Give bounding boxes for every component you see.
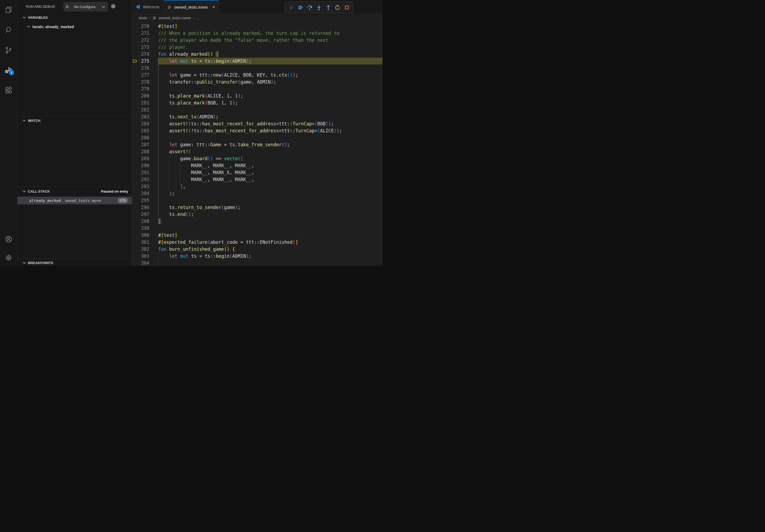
- line-number[interactable]: 281: [132, 100, 149, 106]
- line-number[interactable]: 282: [132, 106, 149, 113]
- activity-bar-item-source-control[interactable]: [0, 44, 17, 56]
- line-number[interactable]: 290: [132, 162, 149, 169]
- code-line-text[interactable]: transfer::public_transfer(game, ADMIN);: [158, 79, 276, 86]
- code-token: (: [189, 149, 191, 154]
- code-line-text[interactable]: }: [158, 218, 161, 225]
- code-editor[interactable]: 270#[test]271/// When a position is alre…: [132, 22, 382, 266]
- code-token: begin: [216, 58, 230, 64]
- code-line-text[interactable]: let mut ts = ts::begin(ADMIN);: [158, 58, 252, 65]
- line-number[interactable]: 276: [132, 65, 149, 72]
- line-number[interactable]: 297: [132, 211, 149, 218]
- line-number[interactable]: 289: [132, 155, 149, 162]
- line-number[interactable]: 272: [132, 37, 149, 44]
- line-number[interactable]: 283: [132, 113, 149, 120]
- call-stack-section-header[interactable]: CALL STACK Paused on entry: [17, 187, 132, 195]
- line-number[interactable]: 298: [132, 218, 149, 225]
- line-number[interactable]: 301: [132, 239, 149, 246]
- breadcrumb-item-symbol[interactable]: ...: [196, 16, 200, 20]
- code-line-text[interactable]: ts.end();: [158, 211, 194, 218]
- code-line-text[interactable]: fun burn_unfinished_game() {: [158, 246, 235, 253]
- line-number[interactable]: 285: [132, 127, 149, 134]
- debug-settings-gear-button[interactable]: [110, 3, 116, 9]
- start-debugging-icon[interactable]: [63, 4, 71, 9]
- code-line-text[interactable]: /// the player who made the "false" move…: [158, 37, 328, 44]
- line-number[interactable]: 286: [132, 134, 149, 141]
- code-line-text[interactable]: let game = ttt::new(ALICE, BOB, KEY, ts.…: [158, 72, 298, 79]
- line-number[interactable]: 278: [132, 79, 149, 86]
- code-line-text[interactable]: /// player.: [158, 44, 189, 51]
- call-stack-frame-row[interactable]: already_marked owned_tests.move 275: [17, 197, 132, 204]
- tab-owned-tests-move[interactable]: owned_tests.move ×: [164, 0, 219, 14]
- code-line-text[interactable]: #[test]: [158, 232, 178, 239]
- line-number[interactable]: 287: [132, 141, 149, 148]
- code-line-text[interactable]: assert!(: [158, 148, 191, 155]
- activity-bar-item-run-and-debug[interactable]: 1: [0, 64, 17, 76]
- code-line-text[interactable]: );: [158, 190, 175, 197]
- code-line-text[interactable]: game.board() == vector[: [158, 155, 243, 162]
- line-number[interactable]: 275: [132, 58, 149, 65]
- line-number[interactable]: 295: [132, 197, 149, 204]
- line-number[interactable]: 271: [132, 30, 149, 37]
- line-number[interactable]: 274: [132, 51, 149, 58]
- code-line-text[interactable]: ts.place_mark(ALICE, 1, 1);: [158, 93, 243, 100]
- code-line-text[interactable]: MARK__, MARK_X, MARK__,: [158, 169, 254, 176]
- code-token: BOB: [318, 121, 326, 127]
- code-line-text[interactable]: assert!(!ts::has_most_recent_for_address…: [158, 127, 342, 134]
- line-number[interactable]: 280: [132, 93, 149, 100]
- activity-bar-item-settings[interactable]: [0, 252, 17, 264]
- close-tab-button[interactable]: ×: [212, 5, 215, 9]
- line-number[interactable]: 279: [132, 86, 149, 93]
- code-line-text[interactable]: let game: ttt::Game = ts.take_from_sende…: [158, 141, 290, 148]
- activity-bar-item-search[interactable]: [0, 24, 17, 36]
- code-token: test: [164, 232, 175, 238]
- code-token: ): [232, 100, 235, 106]
- code-line-text[interactable]: MARK__, MARK__, MARK__,: [158, 176, 254, 183]
- variables-section-header[interactable]: VARIABLES: [17, 13, 132, 21]
- code-line-text[interactable]: /// When a position is already marked, t…: [158, 30, 339, 37]
- activity-bar-item-explorer[interactable]: [0, 4, 17, 16]
- line-number[interactable]: 299: [132, 225, 149, 232]
- line-number[interactable]: 277: [132, 72, 149, 79]
- line-number[interactable]: 293: [132, 183, 149, 190]
- watch-section-header[interactable]: WATCH: [17, 117, 132, 125]
- breadcrumb-item-tests[interactable]: tests: [139, 16, 147, 20]
- step-out-button[interactable]: [324, 3, 333, 12]
- code-line-text[interactable]: assert!(ts::has_most_recent_for_address<…: [158, 120, 334, 127]
- code-line-text[interactable]: ts.place_mark(BOB, 1, 1);: [158, 100, 238, 106]
- breadcrumb-item-file[interactable]: owned_tests.move: [159, 16, 191, 20]
- tab-welcome[interactable]: Welcome: [132, 0, 164, 13]
- line-number[interactable]: 273: [132, 44, 149, 51]
- toolbar-drag-handle[interactable]: [287, 3, 295, 12]
- code-line-text[interactable]: fun already_marked() {: [158, 51, 219, 58]
- variables-scope-row[interactable]: locals: already_marked: [17, 23, 132, 31]
- line-number[interactable]: 291: [132, 169, 149, 176]
- continue-button[interactable]: [297, 3, 305, 12]
- breakpoints-section-header[interactable]: BREAKPOINTS: [17, 259, 132, 266]
- line-number[interactable]: 303: [132, 253, 149, 260]
- code-line-text[interactable]: let mut ts = ts::begin(ADMIN);: [158, 253, 252, 260]
- code-line-text[interactable]: ],: [158, 183, 186, 190]
- activity-bar-item-account[interactable]: [0, 233, 17, 245]
- code-line-text[interactable]: MARK__, MARK__, MARK__,: [158, 162, 254, 169]
- line-number[interactable]: 302: [132, 246, 149, 253]
- restart-button[interactable]: [334, 3, 342, 12]
- line-number[interactable]: 296: [132, 204, 149, 211]
- debug-configuration-dropdown[interactable]: No Configura: [63, 2, 108, 12]
- code-token: !ts::: [191, 128, 205, 133]
- code-line-text[interactable]: ts.return_to_sender(game);: [158, 204, 241, 211]
- step-into-button[interactable]: [315, 3, 323, 12]
- activity-bar-item-extensions[interactable]: [0, 84, 17, 96]
- code-line-text[interactable]: #[expected_failure(abort_code = ttt::ENo…: [158, 239, 298, 246]
- line-number[interactable]: 292: [132, 176, 149, 183]
- line-number[interactable]: 284: [132, 120, 149, 127]
- line-number[interactable]: 300: [132, 232, 149, 239]
- code-line-287: 287 let game: ttt::Game = ts.take_from_s…: [132, 141, 382, 148]
- code-line-text[interactable]: ts.next_tx(ADMIN);: [158, 113, 219, 120]
- line-number[interactable]: 270: [132, 23, 149, 30]
- line-number[interactable]: 304: [132, 260, 149, 266]
- code-line-text[interactable]: #[test]: [158, 23, 178, 30]
- line-number[interactable]: 294: [132, 190, 149, 197]
- stop-button[interactable]: [343, 3, 351, 12]
- line-number[interactable]: 288: [132, 148, 149, 155]
- step-over-button[interactable]: [306, 3, 314, 12]
